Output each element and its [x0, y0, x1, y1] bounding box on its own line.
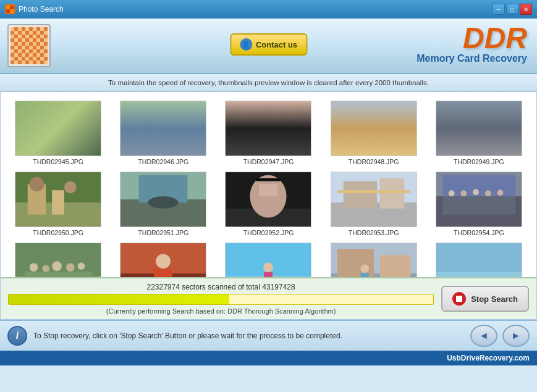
- svg-rect-3: [6, 9, 10, 13]
- app-icon: [5, 4, 15, 14]
- photo-thumbnail: [225, 172, 311, 227]
- progress-info: 22327974 sectors scanned of total 431974…: [8, 283, 434, 315]
- main-content: THDR02945.JPG THDR02946.JPG THDR02947.JP…: [0, 91, 537, 320]
- photo-thumbnail: [15, 101, 101, 156]
- list-item[interactable]: THDR02957.JPG: [216, 239, 321, 277]
- svg-rect-0: [6, 6, 10, 9]
- list-item[interactable]: THDR02959.JPG: [426, 239, 531, 277]
- list-item[interactable]: THDR02947.JPG: [216, 97, 321, 168]
- svg-rect-23: [337, 190, 410, 193]
- progress-bar-container: [8, 294, 434, 305]
- back-button[interactable]: ◄: [470, 325, 497, 347]
- status-text: To Stop recovery, click on 'Stop Search'…: [33, 332, 464, 340]
- svg-point-37: [52, 261, 62, 271]
- svg-point-28: [460, 190, 467, 196]
- svg-point-31: [497, 190, 503, 196]
- window-title: Photo Search: [19, 5, 64, 14]
- title-controls: ─ □ ✕: [493, 4, 532, 15]
- photo-label: THDR02953.JPG: [349, 229, 399, 236]
- info-bar: To maintain the speed of recovery, thumb…: [0, 74, 537, 91]
- svg-rect-1: [10, 9, 14, 13]
- stop-label: Stop Search: [471, 294, 518, 304]
- svg-rect-7: [52, 190, 64, 214]
- footer: UsbDriveRecovery.com: [0, 351, 537, 365]
- brand-area: DDR Memory Card Recovery: [416, 23, 527, 64]
- maximize-button[interactable]: □: [506, 4, 518, 15]
- header: 👤 Contact us DDR Memory Card Recovery: [0, 19, 537, 74]
- algo-text: (Currently performing Search based on: D…: [8, 307, 434, 315]
- svg-rect-44: [154, 269, 172, 277]
- list-item[interactable]: THDR02950.JPG: [6, 168, 111, 239]
- svg-point-50: [264, 262, 274, 272]
- contact-button[interactable]: 👤 Contact us: [230, 33, 307, 56]
- footer-url: UsbDriveRecovery.com: [447, 354, 530, 362]
- photo-thumbnail: [331, 101, 417, 156]
- close-button[interactable]: ✕: [520, 4, 532, 15]
- photo-thumbnail: [331, 243, 417, 277]
- list-item[interactable]: THDR02951.JPG: [111, 168, 216, 239]
- stop-icon: [452, 292, 466, 306]
- photo-thumbnail: [436, 172, 522, 227]
- photo-grid: THDR02945.JPG THDR02946.JPG THDR02947.JP…: [6, 97, 531, 277]
- photo-thumbnail: [15, 243, 101, 277]
- svg-rect-22: [343, 181, 376, 208]
- list-item[interactable]: THDR02946.JPG: [111, 97, 216, 168]
- product-name: Memory Card Recovery: [416, 53, 527, 64]
- photo-label: THDR02947.JPG: [243, 158, 294, 165]
- photo-label: THDR02954.JPG: [454, 229, 504, 236]
- svg-point-38: [66, 263, 75, 272]
- nav-buttons: ◄ ►: [470, 325, 530, 347]
- photo-thumbnail: [436, 243, 522, 277]
- minimize-button[interactable]: ─: [493, 4, 505, 15]
- list-item[interactable]: THDR02949.JPG: [426, 97, 531, 168]
- svg-rect-32: [442, 196, 515, 215]
- sectors-text: 22327974 sectors scanned of total 431974…: [8, 283, 434, 291]
- svg-rect-64: [436, 272, 522, 277]
- stop-icon-inner: [456, 296, 462, 302]
- svg-rect-2: [10, 6, 14, 9]
- photo-thumbnail: [15, 172, 101, 227]
- status-bar: i To Stop recovery, click on 'Stop Searc…: [0, 320, 537, 351]
- info-text: To maintain the speed of recovery, thumb…: [108, 79, 429, 86]
- photo-label: THDR02946.JPG: [138, 158, 188, 165]
- contact-label: Contact us: [256, 40, 297, 49]
- photo-thumbnail: [120, 172, 206, 227]
- svg-rect-51: [264, 272, 273, 277]
- svg-rect-40: [25, 272, 91, 277]
- list-item[interactable]: THDR02955.JPG: [6, 239, 111, 277]
- list-item[interactable]: THDR02958.JPG: [321, 239, 426, 277]
- svg-rect-18: [260, 184, 278, 196]
- checker-icon: [11, 27, 48, 64]
- progress-area: 22327974 sectors scanned of total 431974…: [1, 277, 536, 319]
- svg-point-29: [473, 189, 479, 195]
- list-item[interactable]: THDR02953.JPG: [321, 168, 426, 239]
- list-item[interactable]: THDR02954.JPG: [426, 168, 531, 239]
- list-item[interactable]: THDR02952.JPG: [216, 168, 321, 239]
- svg-point-30: [485, 190, 491, 196]
- photo-thumbnail: [331, 172, 417, 227]
- photo-thumbnail: [120, 243, 206, 277]
- svg-rect-17: [256, 178, 281, 181]
- photo-thumbnail: [225, 101, 311, 156]
- contact-icon: 👤: [240, 38, 252, 51]
- svg-point-8: [30, 177, 44, 192]
- svg-rect-63: [436, 243, 522, 273]
- app-logo: [7, 24, 51, 67]
- title-bar: Photo Search ─ □ ✕: [0, 0, 537, 19]
- stop-search-button[interactable]: Stop Search: [441, 286, 529, 312]
- svg-point-39: [78, 262, 85, 270]
- list-item[interactable]: THDR02948.JPG: [321, 97, 426, 168]
- list-item[interactable]: THDR02945.JPG: [6, 97, 111, 168]
- svg-point-36: [42, 265, 49, 272]
- svg-point-35: [30, 263, 38, 272]
- photo-grid-container[interactable]: THDR02945.JPG THDR02946.JPG THDR02947.JP…: [1, 92, 536, 277]
- ddr-brand: DDR: [416, 23, 527, 53]
- forward-button[interactable]: ►: [502, 325, 530, 347]
- photo-label: THDR02950.JPG: [33, 229, 83, 236]
- photo-label: THDR02949.JPG: [454, 158, 504, 165]
- photo-label: THDR02951.JPG: [138, 229, 188, 236]
- list-item[interactable]: THDR02956.JPG: [111, 239, 216, 277]
- photo-thumbnail: [436, 101, 522, 156]
- svg-point-27: [449, 190, 455, 196]
- photo-thumbnail: [120, 101, 206, 156]
